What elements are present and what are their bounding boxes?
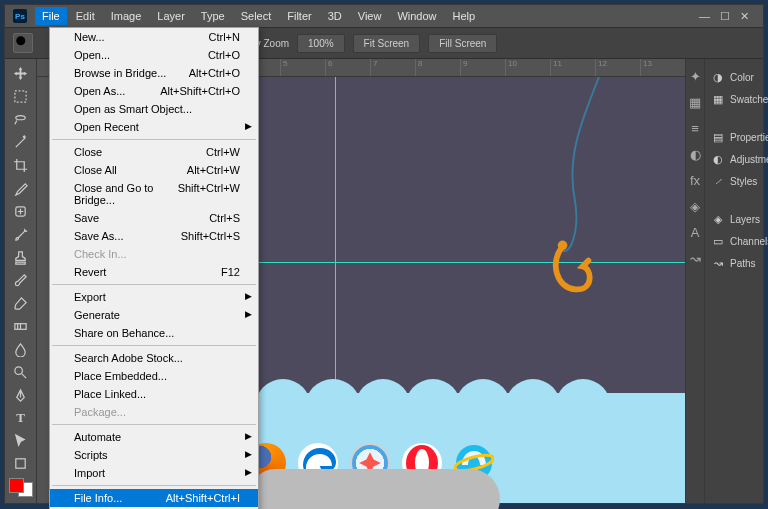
menuitem-label: Search Adobe Stock...	[74, 352, 183, 364]
menuitem-close-and-go-to-bridge[interactable]: Close and Go to Bridge...Shift+Ctrl+W	[50, 179, 258, 209]
menu-select[interactable]: Select	[234, 7, 279, 25]
panel-list: ◑Color▦Swatches▤Properties◐Adjustments⟋S…	[705, 59, 768, 503]
menuitem-close-all[interactable]: Close AllAlt+Ctrl+W	[50, 161, 258, 179]
menuitem-export[interactable]: Export▶	[50, 288, 258, 306]
crop-tool[interactable]	[10, 157, 32, 174]
fit-screen-button[interactable]: Fit Screen	[353, 34, 421, 53]
menuitem-browse-in-bridge[interactable]: Browse in Bridge...Alt+Ctrl+O	[50, 64, 258, 82]
shape-tool[interactable]	[10, 455, 32, 472]
menuitem-label: Open as Smart Object...	[74, 103, 192, 115]
menuitem-place-linked[interactable]: Place Linked...	[50, 385, 258, 403]
menuitem-automate[interactable]: Automate▶	[50, 428, 258, 446]
panel-adjustments[interactable]: ◐Adjustments	[709, 149, 768, 169]
panel-paths[interactable]: ↝Paths	[709, 253, 768, 273]
eraser-tool[interactable]	[10, 295, 32, 312]
menuitem-open-as[interactable]: Open As...Alt+Shift+Ctrl+O	[50, 82, 258, 100]
eyedropper-tool[interactable]	[10, 180, 32, 197]
menuitem-open[interactable]: Open...Ctrl+O	[50, 46, 258, 64]
menu-layer[interactable]: Layer	[150, 7, 192, 25]
swatches-icon: ▦	[711, 92, 725, 106]
gradient-tool[interactable]	[10, 318, 32, 335]
menuitem-close[interactable]: CloseCtrl+W	[50, 143, 258, 161]
panel-strip-icon[interactable]: ≡	[686, 119, 704, 137]
menuitem-revert[interactable]: RevertF12	[50, 263, 258, 281]
panel-strip-icon[interactable]: ✦	[686, 67, 704, 85]
maximize-icon[interactable]: ☐	[720, 10, 730, 23]
move-tool[interactable]	[10, 65, 32, 82]
dodge-tool[interactable]	[10, 364, 32, 381]
brush-tool[interactable]	[10, 226, 32, 243]
history-brush-tool[interactable]	[10, 272, 32, 289]
panel-strip-icon[interactable]: ◈	[686, 197, 704, 215]
heal-tool[interactable]	[10, 203, 32, 220]
panel-properties[interactable]: ▤Properties	[709, 127, 768, 147]
menuitem-new[interactable]: New...Ctrl+N	[50, 28, 258, 46]
panel-layers[interactable]: ◈Layers	[709, 209, 768, 229]
menuitem-label: Revert	[74, 266, 106, 278]
submenu-arrow-icon: ▶	[245, 121, 252, 131]
menuitem-label: New...	[74, 31, 105, 43]
menuitem-shortcut: Alt+Ctrl+O	[189, 67, 240, 79]
layers-icon: ◈	[711, 212, 725, 226]
menuitem-label: Close and Go to Bridge...	[74, 182, 178, 206]
menuitem-file-info[interactable]: File Info...Alt+Shift+Ctrl+I	[50, 489, 258, 507]
pen-tool[interactable]	[10, 387, 32, 404]
submenu-arrow-icon: ▶	[245, 467, 252, 477]
wand-tool[interactable]	[10, 134, 32, 151]
fill-screen-button[interactable]: Fill Screen	[428, 34, 497, 53]
menuitem-scripts[interactable]: Scripts▶	[50, 446, 258, 464]
menu-view[interactable]: View	[351, 7, 389, 25]
menu-type[interactable]: Type	[194, 7, 232, 25]
color-swatches[interactable]	[9, 478, 33, 497]
menu-file[interactable]: File	[35, 7, 67, 25]
panel-strip-icon[interactable]: A	[686, 223, 704, 241]
menuitem-open-recent[interactable]: Open Recent▶	[50, 118, 258, 136]
panel-strip-icon[interactable]: ↝	[686, 249, 704, 267]
menuitem-package: Package...	[50, 403, 258, 421]
close-icon[interactable]: ✕	[740, 10, 749, 23]
menuitem-save[interactable]: SaveCtrl+S	[50, 209, 258, 227]
type-tool[interactable]: T	[10, 410, 32, 427]
lasso-tool[interactable]	[10, 111, 32, 128]
menuitem-shortcut: Alt+Shift+Ctrl+O	[160, 85, 240, 97]
menuitem-save-as[interactable]: Save As...Shift+Ctrl+S	[50, 227, 258, 245]
menuitem-open-as-smart-object[interactable]: Open as Smart Object...	[50, 100, 258, 118]
menuitem-label: Share on Behance...	[74, 327, 174, 339]
svg-rect-2	[15, 91, 26, 102]
menuitem-label: Generate	[74, 309, 120, 321]
panel-strip-icon[interactable]: fx	[686, 171, 704, 189]
menuitem-import[interactable]: Import▶	[50, 464, 258, 482]
marquee-tool[interactable]	[10, 88, 32, 105]
menuitem-search-adobe-stock[interactable]: Search Adobe Stock...	[50, 349, 258, 367]
panel-strip-icon[interactable]: ▦	[686, 93, 704, 111]
paths-icon: ↝	[711, 256, 725, 270]
menu-edit[interactable]: Edit	[69, 7, 102, 25]
panel-strip-icon[interactable]: ◐	[686, 145, 704, 163]
menuitem-label: Place Embedded...	[74, 370, 167, 382]
zoom-tool-icon[interactable]	[13, 33, 33, 53]
menuitem-label: Save	[74, 212, 99, 224]
zoom-100-button[interactable]: 100%	[297, 34, 345, 53]
panel-channels[interactable]: ▭Channels	[709, 231, 768, 251]
menuitem-label: Place Linked...	[74, 388, 146, 400]
minimize-icon[interactable]: —	[699, 10, 710, 23]
menuitem-shortcut: Ctrl+S	[209, 212, 240, 224]
panel-color[interactable]: ◑Color	[709, 67, 768, 87]
path-select-tool[interactable]	[10, 433, 32, 450]
menu-3d[interactable]: 3D	[321, 7, 349, 25]
panel-label: Paths	[730, 258, 756, 269]
panel-label: Layers	[730, 214, 760, 225]
menu-filter[interactable]: Filter	[280, 7, 318, 25]
fishing-hook-artwork	[545, 77, 605, 297]
menu-window[interactable]: Window	[390, 7, 443, 25]
blur-tool[interactable]	[10, 341, 32, 358]
menu-image[interactable]: Image	[104, 7, 149, 25]
stamp-tool[interactable]	[10, 249, 32, 266]
menuitem-share-on-behance[interactable]: Share on Behance...	[50, 324, 258, 342]
menuitem-generate[interactable]: Generate▶	[50, 306, 258, 324]
menu-help[interactable]: Help	[446, 7, 483, 25]
panel-styles[interactable]: ⟋Styles	[709, 171, 768, 191]
foreground-color-swatch[interactable]	[9, 478, 24, 493]
panel-swatches[interactable]: ▦Swatches	[709, 89, 768, 109]
menuitem-place-embedded[interactable]: Place Embedded...	[50, 367, 258, 385]
